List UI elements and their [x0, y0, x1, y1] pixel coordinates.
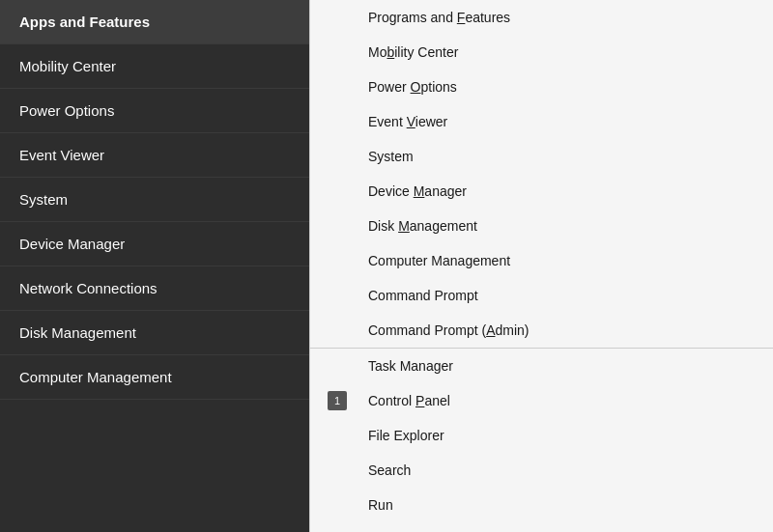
right-menu-item[interactable]: Power Options	[310, 70, 773, 104]
label-text: Command Prompt	[368, 288, 478, 303]
right-menu-item[interactable]: Mobility Center	[310, 35, 773, 70]
label-text: Computer Management	[368, 253, 510, 268]
label-text: Power	[368, 79, 411, 95]
left-menu-item-4[interactable]: System	[0, 178, 309, 222]
right-menu-item[interactable]: File Explorer	[310, 418, 773, 453]
label-underline-char: O	[411, 79, 421, 95]
label-underline-char: M	[414, 183, 425, 199]
label-text: eatures	[465, 10, 510, 25]
label-text: File Explorer	[368, 428, 444, 443]
label-text: ptions	[420, 79, 456, 95]
right-menu-item[interactable]: Command Prompt (Admin)	[310, 313, 773, 348]
label-text: Device	[368, 183, 414, 199]
label-text: anagement	[410, 218, 477, 234]
label-underline-char: M	[398, 218, 410, 234]
right-menu-item[interactable]: Run	[310, 488, 773, 522]
right-menu-item[interactable]: Computer Management	[310, 243, 773, 278]
label-text: Programs and	[368, 10, 457, 25]
label-text: System	[368, 149, 414, 164]
label-text: Disk	[368, 218, 398, 234]
left-menu-item-2[interactable]: Power Options	[0, 89, 309, 133]
right-menu-item[interactable]: Device Manager	[310, 174, 773, 209]
label-text: anager	[424, 183, 467, 199]
label-underline-char: V	[407, 114, 415, 129]
label-text: Event	[368, 114, 407, 129]
label-text: anel	[424, 393, 449, 408]
right-panel: Programs and FeaturesMobility CenterPowe…	[309, 0, 773, 532]
right-menu-item[interactable]: Programs and Features	[310, 0, 773, 35]
right-menu-item[interactable]: 1Control Panel	[310, 383, 773, 418]
badge: 1	[328, 391, 347, 410]
label-text: Task Manager	[368, 358, 453, 374]
right-menu-item[interactable]: System	[310, 139, 773, 174]
label-text: Search	[368, 462, 411, 478]
left-menu-item-8[interactable]: Computer Management	[0, 355, 309, 400]
label-text: Mo	[368, 44, 386, 60]
label-text: iewer	[415, 114, 447, 129]
left-menu-item-0[interactable]: Apps and Features	[0, 0, 309, 44]
right-menu-item[interactable]: Command Prompt	[310, 278, 773, 313]
left-panel: Apps and FeaturesMobility CenterPower Op…	[0, 0, 309, 532]
right-menu-item[interactable]: Task Manager	[310, 349, 773, 383]
label-text: Run	[368, 497, 393, 513]
right-menu-item[interactable]: Desktop	[310, 522, 773, 532]
left-menu-item-3[interactable]: Event Viewer	[0, 133, 309, 178]
label-text: ility Center	[394, 44, 458, 60]
label-text: dmin)	[496, 322, 530, 338]
right-section-bottom: Task Manager1Control PanelFile ExplorerS…	[310, 349, 773, 532]
left-menu-item-6[interactable]: Network Connections	[0, 266, 309, 311]
left-menu-item-5[interactable]: Device Manager	[0, 222, 309, 266]
label-text: Command Prompt (	[368, 322, 486, 338]
right-menu-item[interactable]: Disk Management	[310, 209, 773, 243]
right-section-top: Programs and FeaturesMobility CenterPowe…	[310, 0, 773, 349]
left-menu-item-7[interactable]: Disk Management	[0, 311, 309, 355]
left-menu-item-1[interactable]: Mobility Center	[0, 44, 309, 89]
label-underline-char: A	[486, 322, 495, 338]
label-underline-char: P	[415, 393, 424, 408]
label-text: Control	[368, 393, 415, 408]
right-menu-item[interactable]: Search	[310, 453, 773, 488]
right-menu-item[interactable]: Event Viewer	[310, 104, 773, 139]
